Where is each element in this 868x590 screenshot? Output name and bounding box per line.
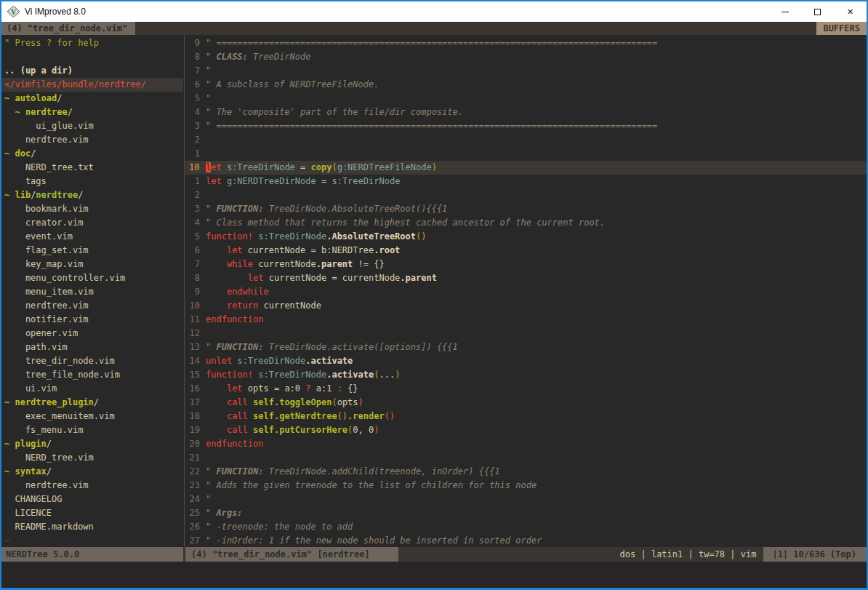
tree-item[interactable]: tree_dir_node.vim: [1, 354, 183, 368]
tree-item[interactable]: .. (up a dir): [1, 64, 183, 78]
code-line[interactable]: 25" Args:: [185, 506, 867, 520]
code-line[interactable]: 7": [185, 64, 867, 78]
code-line[interactable]: 2: [185, 133, 867, 147]
line-number: 20: [185, 437, 206, 451]
code-line[interactable]: 26" -treenode: the node to add: [185, 520, 867, 534]
line-number: 23: [185, 479, 206, 493]
code-line[interactable]: 8" CLASS: TreeDirNode: [185, 50, 867, 64]
line-text: ": [206, 92, 867, 105]
tree-item[interactable]: NERD_tree.txt: [1, 161, 183, 175]
code-line[interactable]: 8 let currentNode = currentNode.parent: [185, 271, 867, 285]
tree-item[interactable]: CHANGELOG: [1, 493, 183, 506]
tree-item[interactable]: fs_menu.vim: [1, 423, 183, 437]
code-line[interactable]: 27" -inOrder: 1 if the new node should b…: [185, 534, 867, 547]
code-line[interactable]: 14unlet s:TreeDirNode.activate: [185, 354, 867, 368]
command-line[interactable]: [1, 562, 867, 588]
code-line[interactable]: 4" The 'composite' part of the file/dir …: [185, 105, 867, 119]
tree-item[interactable]: NERD_tree.vim: [1, 451, 183, 465]
line-number: 16: [185, 382, 206, 396]
code-line[interactable]: 10 return currentNode: [185, 299, 867, 313]
code-line[interactable]: 1let g:NERDTreeDirNode = s:TreeDirNode: [185, 175, 867, 188]
line-text: let currentNode = b:NERDTree.root: [206, 244, 867, 258]
code-line[interactable]: 22" FUNCTION: TreeDirNode.addChild(treen…: [185, 465, 867, 479]
tree-item[interactable]: [1, 50, 183, 64]
tab-tree-dir-node[interactable]: (4) "tree_dir_node.vim": [1, 22, 135, 35]
tree-item[interactable]: " Press ? for help: [1, 36, 183, 50]
line-number: 25: [185, 506, 206, 520]
tree-item[interactable]: creator.vim: [1, 216, 183, 230]
tree-item[interactable]: ~ nerdtree/: [1, 105, 183, 119]
line-number: 18: [185, 410, 206, 423]
line-number: 22: [185, 465, 206, 479]
code-line[interactable]: 3" FUNCTION: TreeDirNode.AbsoluteTreeRoo…: [185, 202, 867, 216]
maximize-button[interactable]: [801, 1, 834, 22]
tree-item[interactable]: flag_set.vim: [1, 244, 183, 258]
code-line[interactable]: 6" A subclass of NERDTreeFileNode.: [185, 78, 867, 92]
tree-item[interactable]: nerdtree.vim: [1, 299, 183, 313]
code-line[interactable]: 19 call self.putCursorHere(0, 0): [185, 423, 867, 437]
tree-item[interactable]: ~ lib/nerdtree/: [1, 188, 183, 202]
code-line[interactable]: 4" Class method that returns the highest…: [185, 216, 867, 230]
line-text: " Args:: [206, 506, 867, 520]
code-line[interactable]: 18 call self.getNerdtree().render(): [185, 410, 867, 423]
line-text: ": [206, 64, 867, 78]
tree-item[interactable]: nerdtree.vim: [1, 133, 183, 147]
tree-item[interactable]: exec_menuitem.vim: [1, 410, 183, 423]
tree-item[interactable]: path.vim: [1, 340, 183, 354]
line-number: 15: [185, 368, 206, 382]
tree-item[interactable]: </vimfiles/bundle/nerdtree/: [1, 78, 183, 92]
tree-item[interactable]: tags: [1, 175, 183, 188]
code-line[interactable]: 3" =====================================…: [185, 119, 867, 133]
minimize-button[interactable]: [768, 1, 801, 22]
tree-item[interactable]: ui_glue.vim: [1, 119, 183, 133]
code-line-current[interactable]: 10let s:TreeDirNode = copy(g:NERDTreeFil…: [185, 161, 867, 175]
code-line[interactable]: 16 let opts = a:0 ? a:1 : {}: [185, 382, 867, 396]
window-vertical-separator[interactable]: [183, 35, 185, 547]
tree-item[interactable]: opener.vim: [1, 327, 183, 340]
close-button[interactable]: ✕: [834, 1, 867, 22]
code-line[interactable]: 24": [185, 493, 867, 506]
code-line[interactable]: 9" =====================================…: [185, 36, 867, 50]
code-line[interactable]: 12: [185, 327, 867, 340]
tree-item[interactable]: tree_file_node.vim: [1, 368, 183, 382]
code-line[interactable]: 21: [185, 451, 867, 465]
tree-item[interactable]: notifier.vim: [1, 313, 183, 327]
code-line[interactable]: 13" FUNCTION: TreeDirNode.activate([opti…: [185, 340, 867, 354]
tree-item[interactable]: event.vim: [1, 230, 183, 244]
line-text: " -treenode: the node to add: [206, 520, 867, 534]
tree-item[interactable]: ~ autoload/: [1, 92, 183, 105]
line-text: let g:NERDTreeDirNode = s:TreeDirNode: [206, 175, 867, 188]
code-line[interactable]: 15function! s:TreeDirNode.activate(...): [185, 368, 867, 382]
tree-item[interactable]: menu_item.vim: [1, 285, 183, 299]
code-line[interactable]: 5function! s:TreeDirNode.AbsoluteTreeRoo…: [185, 230, 867, 244]
code-line[interactable]: 11endfunction: [185, 313, 867, 327]
line-number: 6: [185, 244, 206, 258]
tree-item[interactable]: nerdtree.vim: [1, 479, 183, 493]
tree-item[interactable]: ~ syntax/: [1, 465, 183, 479]
tree-item[interactable]: ~ doc/: [1, 147, 183, 161]
tree-item[interactable]: key_map.vim: [1, 258, 183, 271]
tree-item[interactable]: ~ plugin/: [1, 437, 183, 451]
tree-item[interactable]: LICENCE: [1, 506, 183, 520]
tree-item[interactable]: ui.vim: [1, 382, 183, 396]
line-text: let opts = a:0 ? a:1 : {}: [206, 382, 867, 396]
tree-item[interactable]: menu_controller.vim: [1, 271, 183, 285]
line-number: 24: [185, 493, 206, 506]
code-line[interactable]: 6 let currentNode = b:NERDTree.root: [185, 244, 867, 258]
code-line[interactable]: 7 while currentNode.parent != {}: [185, 258, 867, 271]
tree-item[interactable]: ~: [1, 534, 183, 547]
vim-logo-icon: V: [7, 6, 20, 17]
code-line[interactable]: 2: [185, 188, 867, 202]
code-line[interactable]: 20endfunction: [185, 437, 867, 451]
code-line[interactable]: 9 endwhile: [185, 285, 867, 299]
tree-item[interactable]: ~ nerdtree_plugin/: [1, 396, 183, 410]
code-line[interactable]: 5": [185, 92, 867, 105]
code-line[interactable]: 1: [185, 147, 867, 161]
minimize-icon: [781, 12, 789, 12]
line-number: 19: [185, 423, 206, 437]
code-line[interactable]: 17 call self.toggleOpen(opts): [185, 396, 867, 410]
code-line[interactable]: 23" Adds the given treenode to the list …: [185, 479, 867, 493]
tree-item[interactable]: README.markdown: [1, 520, 183, 534]
tree-item[interactable]: bookmark.vim: [1, 202, 183, 216]
line-number: 5: [185, 92, 206, 105]
